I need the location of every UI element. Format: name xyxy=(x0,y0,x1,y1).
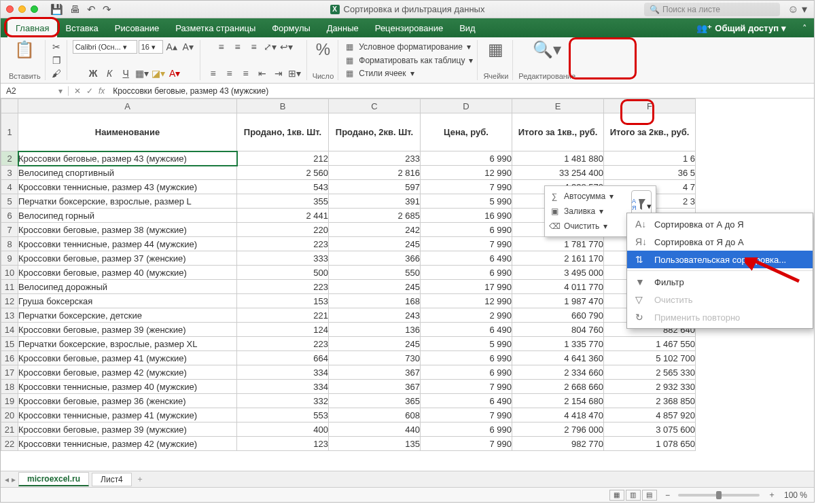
header-cell[interactable]: Итого за 2кв., руб. xyxy=(604,113,696,151)
data-cell[interactable]: 5 102 700 xyxy=(604,351,696,365)
data-cell[interactable]: Кроссовки теннисные, размер 41 (мужские) xyxy=(18,408,237,422)
editing-button[interactable]: 🔍▾ xyxy=(533,40,561,59)
row-header[interactable]: 20 xyxy=(1,408,18,422)
row-header[interactable]: 16 xyxy=(1,351,18,365)
table-row[interactable]: 3Велосипед спортивный2 5602 81612 99033 … xyxy=(1,166,696,180)
data-cell[interactable]: 1 335 770 xyxy=(512,337,604,351)
data-cell[interactable]: 4 011 770 xyxy=(512,280,604,294)
table-row[interactable]: 22Кроссовки теннисные, размер 42 (мужски… xyxy=(1,437,696,451)
data-cell[interactable]: 334 xyxy=(237,380,329,394)
data-cell[interactable]: 136 xyxy=(329,323,421,337)
zoom-slider[interactable] xyxy=(678,494,760,497)
table-row[interactable]: 14Кроссовки беговые, размер 39 (женские)… xyxy=(1,323,696,337)
data-cell[interactable]: Кроссовки беговые, размер 43 (мужские) xyxy=(18,151,237,166)
row-header[interactable]: 22 xyxy=(1,437,18,451)
col-header-e[interactable]: E xyxy=(512,99,604,113)
data-cell[interactable]: 5 990 xyxy=(421,194,512,209)
data-cell[interactable]: 2 565 330 xyxy=(604,365,696,380)
data-cell[interactable]: 233 xyxy=(329,151,421,166)
page-layout-view-button[interactable]: ▥ xyxy=(626,490,641,501)
data-cell[interactable]: 17 990 xyxy=(421,280,512,294)
data-cell[interactable]: Кроссовки теннисные, размер 40 (мужские) xyxy=(18,380,237,394)
merge-icon[interactable]: ⊞▾ xyxy=(287,67,302,80)
table-row[interactable]: 15Перчатки боксерские, взрослые, размер … xyxy=(1,337,696,351)
cells-button[interactable]: ▦ xyxy=(488,40,503,59)
format-painter-icon[interactable]: 🖌 xyxy=(49,67,64,80)
data-cell[interactable]: 550 xyxy=(329,266,421,280)
orientation-icon[interactable]: ⤢▾ xyxy=(263,40,278,54)
data-cell[interactable]: Груша боксерская xyxy=(18,294,237,308)
data-cell[interactable]: 7 990 xyxy=(421,408,512,422)
fill-color-icon[interactable]: ◪▾ xyxy=(151,67,166,80)
bold-icon[interactable]: Ж xyxy=(86,67,101,80)
data-cell[interactable]: Кроссовки беговые, размер 36 (женские) xyxy=(18,394,237,408)
table-row[interactable]: 9Кроссовки беговые, размер 37 (женские)3… xyxy=(1,251,696,266)
data-cell[interactable]: 332 xyxy=(237,394,329,408)
table-row[interactable]: 16Кроссовки беговые, размер 41 (мужские)… xyxy=(1,351,696,365)
row-header[interactable]: 9 xyxy=(1,251,18,266)
border-icon[interactable]: ▦▾ xyxy=(135,67,149,80)
row-header[interactable]: 19 xyxy=(1,394,18,408)
data-cell[interactable]: 6 990 xyxy=(421,223,512,237)
sort-descending-item[interactable]: Я↓Сортировка от Я до А xyxy=(627,233,813,251)
data-cell[interactable]: 5 990 xyxy=(421,337,512,351)
tab-home[interactable]: Главная xyxy=(7,18,57,37)
header-cell[interactable]: Продано, 1кв. Шт. xyxy=(237,113,329,151)
cancel-formula-icon[interactable]: ✕ xyxy=(74,86,81,96)
sheet-nav-first-icon[interactable]: ◂ xyxy=(5,475,9,484)
table-row[interactable]: 17Кроссовки беговые, размер 42 (мужские)… xyxy=(1,365,696,380)
data-cell[interactable]: 223 xyxy=(237,237,329,251)
data-cell[interactable]: 245 xyxy=(329,337,421,351)
data-cell[interactable]: 4 418 470 xyxy=(512,408,604,422)
name-box[interactable]: A2▾ xyxy=(1,86,69,96)
data-cell[interactable]: 333 xyxy=(237,251,329,266)
tab-data[interactable]: Данные xyxy=(319,18,367,37)
data-cell[interactable]: 123 xyxy=(237,437,329,451)
align-center-icon[interactable]: ≡ xyxy=(222,67,237,80)
align-left-icon[interactable]: ≡ xyxy=(206,67,221,80)
data-cell[interactable]: Велосипед дорожный xyxy=(18,280,237,294)
font-size-select[interactable]: 16▾ xyxy=(139,40,163,54)
data-cell[interactable]: 242 xyxy=(329,223,421,237)
data-cell[interactable]: 245 xyxy=(329,280,421,294)
copy-icon[interactable]: ❐ xyxy=(49,54,64,67)
data-cell[interactable]: 500 xyxy=(237,266,329,280)
table-row[interactable]: 13Перчатки боксерские, детские2212432 99… xyxy=(1,308,696,323)
decrease-font-icon[interactable]: A▾ xyxy=(181,40,196,54)
col-header-b[interactable]: B xyxy=(237,99,329,113)
custom-sort-item[interactable]: ⇅Пользовательская сортировка... xyxy=(627,251,813,268)
table-row[interactable]: 12Груша боксерская15316812 9901 987 4702… xyxy=(1,294,696,308)
data-cell[interactable]: 7 990 xyxy=(421,437,512,451)
row-header[interactable]: 18 xyxy=(1,380,18,394)
data-cell[interactable]: Кроссовки беговые, размер 38 (мужские) xyxy=(18,223,237,237)
wrap-text-icon[interactable]: ↩▾ xyxy=(279,40,294,54)
table-row[interactable]: 20Кроссовки теннисные, размер 41 (мужски… xyxy=(1,408,696,422)
underline-icon[interactable]: Ч xyxy=(118,67,133,80)
row-header[interactable]: 15 xyxy=(1,337,18,351)
fx-icon[interactable]: fx xyxy=(99,86,105,96)
align-right-icon[interactable]: ≡ xyxy=(238,67,253,80)
data-cell[interactable]: 6 990 xyxy=(421,151,512,166)
row-header[interactable]: 17 xyxy=(1,365,18,380)
col-header-a[interactable]: A xyxy=(18,99,237,113)
row-header[interactable]: 3 xyxy=(1,166,18,180)
select-all-corner[interactable] xyxy=(1,99,18,113)
account-icon[interactable]: ☺ ▾ xyxy=(787,3,807,16)
tab-review[interactable]: Рецензирование xyxy=(367,18,451,37)
col-header-f[interactable]: F xyxy=(604,99,696,113)
data-cell[interactable]: 243 xyxy=(329,308,421,323)
save-icon[interactable]: 💾 xyxy=(50,3,63,16)
data-cell[interactable]: Кроссовки беговые, размер 42 (мужские) xyxy=(18,365,237,380)
data-cell[interactable]: Кроссовки беговые, размер 39 (мужские) xyxy=(18,422,237,437)
normal-view-button[interactable]: ▦ xyxy=(609,490,624,501)
spreadsheet-grid[interactable]: A B C D E F 1 Наименование Продано, 1кв.… xyxy=(1,98,814,471)
tab-layout[interactable]: Разметка страницы xyxy=(167,18,264,37)
align-mid-icon[interactable]: ≡ xyxy=(230,40,245,54)
data-cell[interactable]: 543 xyxy=(237,180,329,194)
data-cell[interactable]: 33 254 400 xyxy=(512,166,604,180)
window-close-button[interactable] xyxy=(6,5,14,13)
increase-font-icon[interactable]: A▴ xyxy=(164,40,179,54)
cell-styles-button[interactable]: ▦Стили ячеек ▾ xyxy=(344,67,414,80)
row-header[interactable]: 6 xyxy=(1,209,18,223)
row-header[interactable]: 8 xyxy=(1,237,18,251)
